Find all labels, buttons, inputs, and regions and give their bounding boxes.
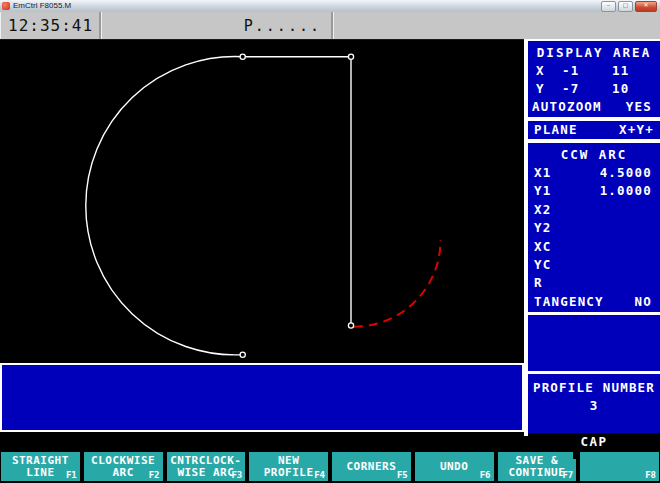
field-row-y1: Y1 1.0000: [528, 182, 660, 200]
status-header: 12:35:41 P......: [0, 12, 660, 40]
softkey-label-line2: PROFILE: [264, 467, 314, 479]
field-label: YC: [534, 256, 551, 274]
softkey-label-line1: CLOCKWISE: [91, 455, 155, 467]
display-area-block: DISPLAY AREA X -1 11 Y -7 10 AUTOZOOM YE…: [528, 41, 660, 117]
fkey-number: F1: [66, 469, 77, 481]
cursor-tick: [573, 450, 576, 459]
program-name: P......: [101, 12, 333, 39]
softkey-label-line1: UNDO: [440, 461, 469, 473]
softkey-corners[interactable]: CORNERS F5: [332, 452, 411, 481]
softkey-clockwise-arc[interactable]: CLOCKWISE ARC F2: [84, 452, 163, 481]
field-label: X2: [534, 201, 551, 219]
node-marker: [348, 323, 353, 328]
clock: 12:35:41: [0, 12, 101, 39]
cnc-profile-editor-window: EmCtrl F8055.M – ▢ ✕ 12:35:41 P......: [0, 0, 660, 483]
autozoom-label: AUTOZOOM: [532, 98, 602, 116]
fkey-number: F5: [397, 469, 408, 481]
close-button[interactable]: ✕: [635, 1, 657, 12]
softkey-undo[interactable]: UNDO F6: [415, 452, 494, 481]
plane-label: PLANE: [534, 121, 578, 139]
field-label: TANGENCY: [534, 293, 604, 311]
fkey-number: F2: [149, 469, 160, 481]
right-info-panel: DISPLAY AREA X -1 11 Y -7 10 AUTOZOOM YE…: [528, 39, 660, 433]
field-label: XC: [534, 238, 551, 256]
field-row-yc: YC: [528, 256, 660, 274]
profile-number-value: 3: [528, 397, 660, 415]
field-row-tangency: TANGENCY NO: [528, 293, 660, 311]
y-max-value: 10: [612, 80, 660, 98]
arc-editor-title: CCW ARC: [528, 146, 660, 164]
profile-number-block: PROFILE NUMBER 3: [528, 374, 660, 433]
field-label: Y1: [534, 182, 551, 200]
window-controls: – ▢ ✕: [601, 1, 657, 12]
field-row-r: R: [528, 274, 660, 292]
field-value[interactable]: NO: [635, 293, 652, 311]
softkey-label-line1: SAVE &: [516, 455, 559, 467]
header-spacer: [333, 12, 660, 39]
softkey-label-line2: WISE ARC: [177, 467, 234, 479]
field-value[interactable]: 1.0000: [600, 182, 652, 200]
arc-editor-block: CCW ARC X1 4.5000 Y1 1.0000 X2 Y2 XC: [528, 143, 660, 312]
autozoom-row: AUTOZOOM YES: [528, 98, 660, 116]
empty-info-block: [528, 315, 660, 371]
softkey-save-continue[interactable]: SAVE & CONTINUE F7: [498, 452, 577, 481]
field-row-y2: Y2: [528, 219, 660, 237]
profile-number-label: PROFILE NUMBER: [528, 379, 660, 397]
message-bar: [0, 363, 524, 432]
fkey-number: F7: [562, 469, 573, 481]
field-row-xc: XC: [528, 238, 660, 256]
softkey-label-line2: ARC: [112, 467, 133, 479]
x-min-value: -1: [562, 62, 612, 80]
app-icon: [2, 2, 10, 10]
pending-ccw-arc: [354, 240, 441, 326]
softkey-label-line2: CONTINUE: [508, 467, 565, 479]
softkey-bar: STRAIGHT LINE F1 CLOCKWISE ARC F2 CNTRCL…: [0, 452, 660, 481]
display-area-title: DISPLAY AREA: [528, 44, 660, 62]
fkey-number: F8: [645, 469, 656, 481]
plane-value: X+Y+: [619, 121, 654, 139]
y-axis-label: Y: [536, 80, 562, 98]
node-marker: [240, 54, 245, 59]
display-area-x-row: X -1 11: [528, 62, 660, 80]
fkey-number: F6: [480, 469, 491, 481]
x-axis-label: X: [536, 62, 562, 80]
display-area-y-row: Y -7 10: [528, 80, 660, 98]
softkey-counterclockwise-arc[interactable]: CNTRCLOCK- WISE ARC F3: [167, 452, 246, 481]
field-row-x1: X1 4.5000: [528, 164, 660, 182]
window-title: EmCtrl F8055.M: [13, 0, 71, 12]
maximize-button[interactable]: ▢: [618, 1, 633, 12]
softkey-straight-line[interactable]: STRAIGHT LINE F1: [1, 452, 80, 481]
cap-indicator: CAP: [528, 433, 660, 450]
plane-row: PLANE X+Y+: [528, 121, 660, 139]
profile-arc-segment: [86, 57, 243, 355]
autozoom-value[interactable]: YES: [626, 98, 652, 116]
field-value[interactable]: 4.5000: [600, 164, 652, 182]
softkey-label-line1: CORNERS: [346, 461, 396, 473]
plane-block: PLANE X+Y+: [528, 121, 660, 139]
softkey-label-line2: LINE: [26, 467, 55, 479]
fkey-number: F3: [231, 469, 242, 481]
softkey-label-line1: CNTRCLOCK-: [170, 455, 241, 467]
softkey-label-line1: NEW: [278, 455, 299, 467]
y-min-value: -7: [562, 80, 612, 98]
field-label: Y2: [534, 219, 551, 237]
fkey-number: F4: [314, 469, 325, 481]
x-max-value: 11: [612, 62, 660, 80]
softkey-new-profile[interactable]: NEW PROFILE F4: [249, 452, 328, 481]
field-label: X1: [534, 164, 551, 182]
minimize-button[interactable]: –: [601, 1, 616, 12]
field-label: R: [534, 274, 543, 292]
softkey-label-line1: STRAIGHT: [12, 455, 69, 467]
profile-drawing-canvas: [2, 42, 524, 362]
node-marker: [348, 54, 353, 59]
node-marker: [240, 352, 245, 357]
field-row-x2: X2: [528, 201, 660, 219]
softkey-empty[interactable]: F8: [580, 452, 659, 481]
